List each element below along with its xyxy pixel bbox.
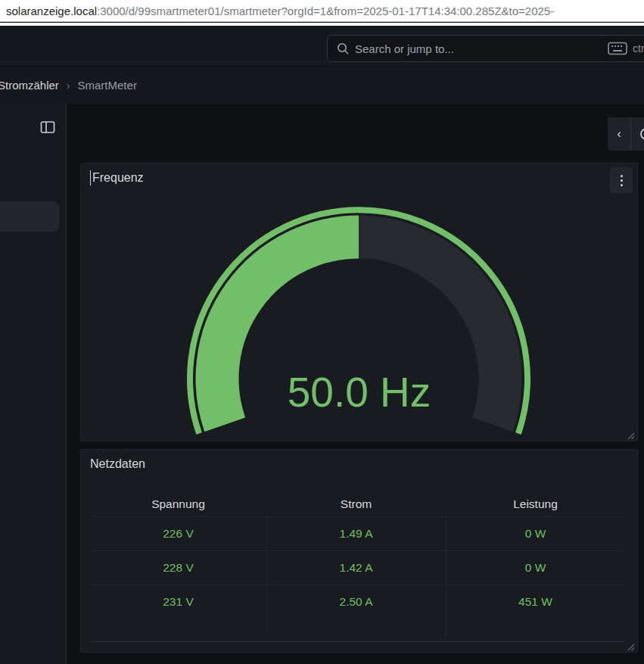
breadcrumb-separator-icon: ›	[67, 79, 70, 92]
keyboard-shortcut-hint: ctrl+k	[608, 36, 644, 61]
panel-frequenz-header[interactable]: Frequenz	[81, 164, 637, 192]
shortcut-label: ctrl+k	[633, 42, 644, 55]
panel-resize-handle[interactable]	[626, 429, 635, 438]
breadcrumb: Stromzähler › SmartMeter	[0, 67, 644, 104]
table-bottom-rule	[90, 641, 624, 642]
column-header-spannung[interactable]: Spannung	[90, 491, 266, 516]
cell-strom: 2.50 A	[266, 585, 446, 619]
cell-strom: 1.49 A	[266, 517, 446, 550]
clock-icon	[636, 127, 644, 141]
cell-spannung: 228 V	[90, 551, 266, 585]
panel-netzdaten-header[interactable]: Netzdaten	[81, 450, 637, 479]
column-separator	[266, 516, 267, 635]
cell-leistung: 451 W	[446, 585, 625, 619]
column-header-strom[interactable]: Strom	[266, 491, 446, 516]
toolbar-button-group: ‹	[608, 117, 644, 151]
breadcrumb-dashboard[interactable]: SmartMeter	[78, 79, 137, 92]
search-input[interactable]: Search or jump to... ctrl+k	[327, 35, 644, 62]
top-nav: Search or jump to... ctrl+k	[0, 26, 644, 67]
column-header-leistung[interactable]: Leistung	[446, 491, 625, 516]
table-header-row: Spannung Strom Leistung	[90, 491, 625, 516]
kebab-icon	[621, 175, 623, 177]
search-placeholder: Search or jump to...	[355, 42, 454, 55]
cell-strom: 1.42 A	[266, 551, 446, 585]
breadcrumb-folder[interactable]: Stromzähler	[0, 79, 59, 92]
netzdaten-table: Spannung Strom Leistung 226 V 1.49 A 0 W…	[90, 491, 625, 619]
column-separator	[446, 516, 446, 635]
cell-leistung: 0 W	[446, 517, 625, 550]
search-icon	[337, 42, 349, 55]
panel-netzdaten: Netzdaten Spannung Strom Leistung 226 V …	[80, 449, 638, 653]
text-cursor	[90, 170, 91, 185]
dock-menu-button[interactable]	[38, 117, 58, 137]
browser-url-bar[interactable]: solaranzeige.local:3000/d/99smartmeter01…	[0, 0, 644, 22]
cell-spannung: 231 V	[90, 585, 266, 619]
panel-resize-handle[interactable]	[626, 641, 635, 650]
chevron-left-icon: ‹	[617, 126, 621, 142]
table-row: 228 V 1.42 A 0 W	[90, 550, 625, 585]
panel-title: Frequenz	[92, 171, 144, 185]
dock-panel-icon	[40, 120, 55, 135]
url-host: solaranzeige.local	[6, 5, 97, 17]
screen: solaranzeige.local:3000/d/99smartmeter01…	[0, 0, 644, 664]
time-range-button[interactable]	[631, 117, 644, 151]
table-row: 226 V 1.49 A 0 W	[90, 516, 625, 550]
collapse-controls-button[interactable]: ‹	[608, 117, 630, 151]
url-path: :3000/d/99smartmeter01/smartmeter?orgId=…	[97, 5, 554, 17]
panel-frequenz: Frequenz 50.0 Hz	[80, 163, 638, 441]
cell-spannung: 226 V	[90, 517, 266, 550]
cell-leistung: 0 W	[446, 551, 625, 585]
keyboard-icon	[608, 42, 627, 55]
panel-title: Netzdaten	[90, 457, 145, 471]
sidebar	[0, 104, 67, 664]
sidebar-active-item[interactable]	[0, 201, 59, 232]
panel-menu-button[interactable]	[610, 167, 633, 193]
table-row: 231 V 2.50 A 451 W	[90, 585, 625, 619]
gauge-value: 50.0 Hz	[81, 369, 637, 415]
